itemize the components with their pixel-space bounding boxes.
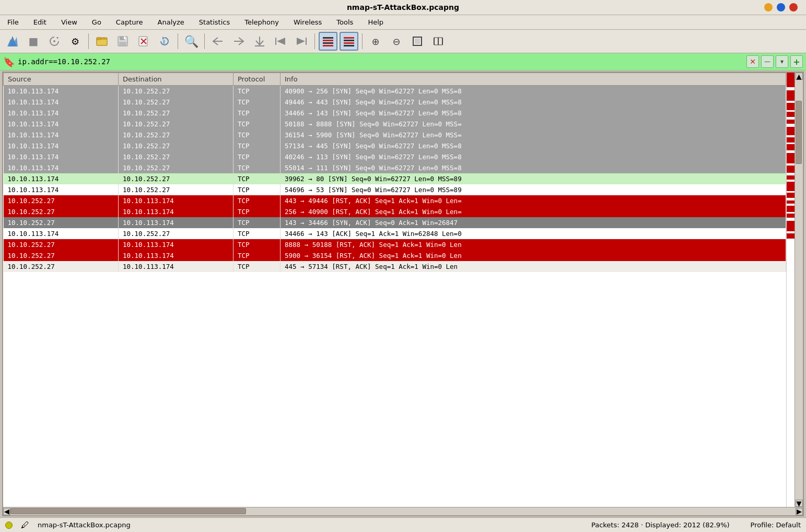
menu-capture[interactable]: Capture [113, 17, 146, 27]
cell-protocol: TCP [233, 129, 281, 140]
table-row[interactable]: 10.10.113.17410.10.252.27TCP39962 → 80 [… [4, 173, 786, 184]
cell-source: 10.10.252.27 [4, 217, 119, 228]
table-header-row: Source Destination Protocol Info [4, 73, 786, 86]
minimap-segment [787, 165, 795, 173]
scrollbar-track[interactable] [795, 80, 803, 500]
table-row[interactable]: 10.10.252.2710.10.113.174TCP445 → 57134 … [4, 261, 786, 272]
cell-protocol: TCP [233, 206, 281, 217]
table-scroll-area[interactable]: Source Destination Protocol Info 10.10.1… [3, 73, 803, 507]
menu-help[interactable]: Help [365, 17, 387, 27]
table-row[interactable]: 10.10.113.17410.10.252.27TCP49446 → 443 … [4, 97, 786, 108]
scrollbar-down-button[interactable]: ▼ [796, 500, 803, 507]
minimap-segment [787, 127, 795, 135]
packet-table: Source Destination Protocol Info 10.10.1… [3, 73, 786, 272]
table-row[interactable]: 10.10.252.2710.10.113.174TCP143 → 34466 … [4, 217, 786, 228]
minimize-button[interactable] [764, 3, 773, 11]
menu-wireless[interactable]: Wireless [290, 17, 325, 27]
table-row[interactable]: 10.10.113.17410.10.252.27TCP40900 → 256 … [4, 86, 786, 97]
status-bar: 🖊 nmap-sT-AttackBox.pcapng Packets: 2428… [0, 517, 806, 532]
minimap-segment [787, 239, 795, 507]
toolbar-open[interactable] [92, 32, 111, 51]
toolbar-colorize-1[interactable] [319, 32, 337, 51]
toolbar-first[interactable] [271, 32, 290, 51]
toolbar-zoom-in[interactable]: ⊕ [366, 32, 385, 51]
horizontal-scrollbar-thumb[interactable] [10, 508, 246, 514]
cell-source: 10.10.113.174 [4, 129, 119, 140]
svg-rect-25 [344, 40, 354, 41]
toolbar-reload[interactable] [155, 32, 174, 51]
cell-protocol: TCP [233, 86, 281, 97]
menu-telephony[interactable]: Telephony [241, 17, 282, 27]
menu-tools[interactable]: Tools [333, 17, 356, 27]
toolbar-jump-down[interactable] [250, 32, 269, 51]
cell-source: 10.10.113.174 [4, 173, 119, 184]
scrollbar-thumb[interactable] [796, 101, 802, 164]
toolbar-find[interactable]: 🔍 [182, 32, 201, 51]
minimap-segment [787, 103, 795, 110]
cell-destination: 10.10.252.27 [119, 86, 233, 97]
cell-source: 10.10.113.174 [4, 228, 119, 239]
scrollbar-up-button[interactable]: ▲ [796, 73, 803, 80]
col-info: Info [281, 73, 786, 86]
cell-info: 49446 → 443 [SYN] Seq=0 Win=62727 Len=0 … [281, 97, 786, 108]
minimap-segment [787, 214, 795, 218]
table-row[interactable]: 10.10.113.17410.10.252.27TCP57134 → 445 … [4, 140, 786, 151]
toolbar-options[interactable]: ⚙ [66, 32, 85, 51]
cell-protocol: TCP [233, 228, 281, 239]
toolbar-stop[interactable]: ■ [24, 32, 43, 51]
menu-edit[interactable]: Edit [30, 17, 50, 27]
table-row[interactable]: 10.10.113.17410.10.252.27TCP54696 → 53 [… [4, 184, 786, 195]
toolbar-shark-fin[interactable] [3, 32, 22, 51]
filter-input[interactable] [18, 57, 743, 66]
cell-destination: 10.10.252.27 [119, 151, 233, 162]
cell-destination: 10.10.252.27 [119, 119, 233, 129]
col-source: Source [4, 73, 119, 86]
table-row[interactable]: 10.10.252.2710.10.113.174TCP8888 → 50188… [4, 239, 786, 250]
toolbar-zoom-out[interactable]: ⊖ [387, 32, 406, 51]
toolbar-colorize-2[interactable] [340, 32, 358, 51]
toolbar-resize-columns[interactable] [429, 32, 448, 51]
table-row[interactable]: 10.10.113.17410.10.252.27TCP55014 → 111 … [4, 162, 786, 173]
toolbar-close-file[interactable] [134, 32, 153, 51]
main-scrollbar[interactable]: ▲ ▼ [795, 73, 803, 507]
filter-add-button[interactable]: + [790, 55, 803, 68]
toolbar-normal-size[interactable] [408, 32, 427, 51]
table-row[interactable]: 10.10.113.17410.10.252.27TCP34466 → 143 … [4, 108, 786, 119]
toolbar-forward[interactable] [229, 32, 248, 51]
scrollbar-right-button[interactable]: ▶ [796, 508, 803, 515]
toolbar-back[interactable] [208, 32, 227, 51]
horizontal-scrollbar[interactable]: ◀ ▶ [3, 507, 803, 515]
menu-view[interactable]: View [58, 17, 80, 27]
cell-destination: 10.10.113.174 [119, 261, 233, 272]
cell-source: 10.10.113.174 [4, 151, 119, 162]
table-row[interactable]: 10.10.252.2710.10.113.174TCP443 → 49446 … [4, 195, 786, 206]
table-row[interactable]: 10.10.252.2710.10.113.174TCP256 → 40900 … [4, 206, 786, 217]
table-row[interactable]: 10.10.113.17410.10.252.27TCP40246 → 113 … [4, 151, 786, 162]
cell-destination: 10.10.252.27 [119, 140, 233, 151]
minimap-segment [787, 90, 795, 101]
toolbar-restart[interactable] [45, 32, 64, 51]
menu-go[interactable]: Go [89, 17, 104, 27]
menu-analyze[interactable]: Analyze [155, 17, 188, 27]
menu-statistics[interactable]: Statistics [196, 17, 233, 27]
svg-rect-23 [323, 45, 333, 46]
menu-file[interactable]: File [4, 17, 22, 27]
table-row[interactable]: 10.10.113.17410.10.252.27TCP34466 → 143 … [4, 228, 786, 239]
toolbar-last[interactable] [292, 32, 311, 51]
toolbar-save[interactable] [113, 32, 132, 51]
table-row[interactable]: 10.10.113.17410.10.252.27TCP36154 → 5900… [4, 129, 786, 140]
cell-info: 36154 → 5900 [SYN] Seq=0 Win=62727 Len=0… [281, 129, 786, 140]
filter-dropdown-button[interactable]: ▾ [776, 55, 788, 68]
scrollbar-left-button[interactable]: ◀ [3, 508, 10, 515]
cell-protocol: TCP [233, 108, 281, 119]
status-indicator [5, 522, 13, 529]
close-button[interactable] [789, 3, 798, 11]
toolbar-separator-2 [178, 33, 178, 49]
maximize-button[interactable] [777, 3, 785, 11]
horizontal-scrollbar-track[interactable] [10, 507, 796, 515]
table-row[interactable]: 10.10.113.17410.10.252.27TCP50188 → 8888… [4, 119, 786, 129]
filter-clear-button[interactable]: ✕ [746, 55, 759, 68]
minimap-segment [787, 137, 795, 143]
table-row[interactable]: 10.10.252.2710.10.113.174TCP5900 → 36154… [4, 250, 786, 261]
filter-copy-button[interactable]: — [761, 55, 774, 68]
